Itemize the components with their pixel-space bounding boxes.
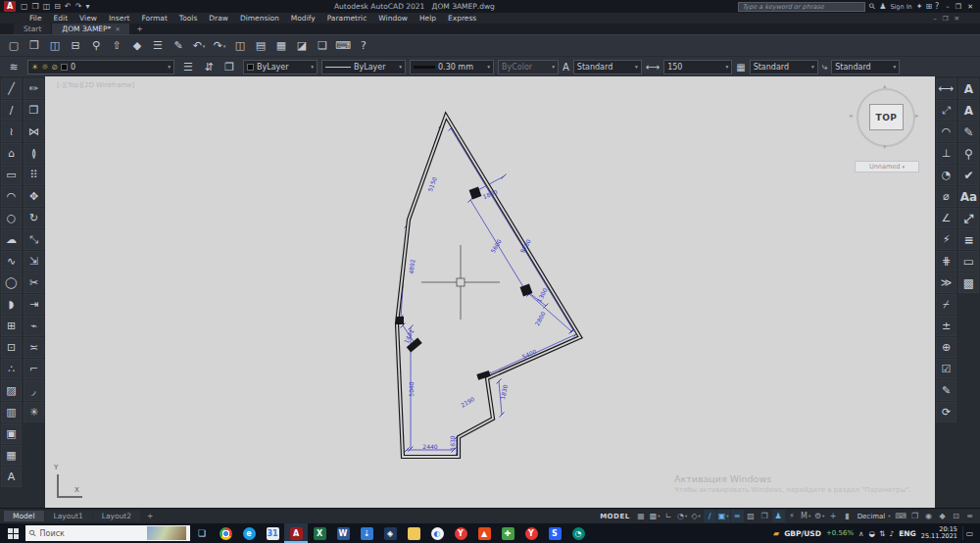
dim-diameter-icon[interactable]: ⌀ [936, 186, 956, 207]
selection-cycling-icon[interactable]: ❐ [759, 510, 771, 522]
offset-icon[interactable]: ≬ [24, 143, 44, 164]
search-icon[interactable]: ⚲ [867, 1, 878, 12]
3d-print-icon[interactable]: ◆ [127, 36, 147, 55]
taskbar-app-task-view[interactable]: ❏ [190, 523, 214, 543]
dim-linear-icon[interactable]: ⟷ [936, 78, 956, 99]
viewcube-top-face[interactable]: TOP [869, 104, 904, 130]
new-layout-button[interactable]: + [141, 512, 159, 520]
chevron-down-icon[interactable]: ▾ [308, 64, 314, 70]
transparency-icon[interactable]: ▨ [745, 510, 758, 522]
chevron-down-icon[interactable]: ▾ [822, 514, 824, 518]
scale-text-icon[interactable]: ⤢ [958, 208, 979, 228]
menu-file[interactable]: File [24, 13, 48, 24]
chevron-down-icon[interactable]: ▾ [632, 64, 638, 70]
polar-tracking-icon[interactable]: ◔▾ [676, 510, 689, 522]
drawing-canvas[interactable]: [-][Top][2D Wireframe] [45, 76, 935, 508]
plot-preview-icon[interactable]: ⚲ [86, 36, 106, 55]
doc-minimize-button[interactable]: – [930, 15, 939, 23]
line-icon[interactable]: ╱ [1, 78, 22, 99]
stretch-icon[interactable]: ⇲ [24, 251, 44, 272]
taskbar-app-calendar[interactable]: 31 [261, 523, 284, 543]
clock[interactable]: 20:15 25.11.2021 [921, 526, 957, 540]
save-icon[interactable]: ◫ [45, 36, 65, 55]
dim-baseline-icon[interactable]: ⋕ [936, 251, 956, 272]
named-views-icon[interactable]: ▤ [251, 36, 270, 55]
layout-tab-layout2[interactable]: Layout2 [93, 511, 140, 521]
table-style-dropdown[interactable]: Standard▾ [750, 60, 818, 74]
news-widget-thumbnail[interactable] [147, 526, 186, 540]
dim-arc-length-icon[interactable]: ◠ [936, 122, 956, 142]
qat-save-icon[interactable]: ◫ [42, 1, 52, 12]
doc-restore-button[interactable]: ❐ [940, 15, 952, 23]
taskbar-app-word[interactable]: W [331, 523, 355, 543]
language-indicator[interactable]: ENG [899, 529, 916, 538]
construction-line-icon[interactable]: ∕ [1, 100, 22, 121]
dim-aligned-icon[interactable]: ⤢ [936, 100, 956, 121]
new-icon[interactable]: ▢ [4, 36, 24, 55]
chevron-down-icon[interactable]: ▾ [722, 64, 728, 70]
arc-icon[interactable]: ◠ [1, 186, 22, 207]
calculator-icon[interactable]: ⌨ [333, 36, 353, 55]
color-dropdown[interactable]: ByLayer ▾ [243, 60, 318, 74]
layer-properties-icon[interactable]: ≋ [4, 58, 24, 76]
viewports-icon[interactable]: ◫ [230, 36, 250, 55]
chevron-down-icon[interactable]: ▾ [484, 64, 490, 70]
join-icon[interactable]: ≍ [24, 337, 44, 358]
start-button[interactable] [0, 523, 25, 543]
menu-format[interactable]: Format [135, 13, 172, 24]
taskbar-search-input[interactable]: ⚲ Поиск [25, 525, 190, 541]
file-tab[interactable]: ДОМ ЗАМЕР*✕ [52, 24, 129, 34]
viewcube-west-arrow-icon[interactable]: ◂ [849, 112, 853, 120]
layer-isolate-icon[interactable]: ❐ [220, 58, 239, 76]
taskbar-app-app-blue[interactable]: ⇣ [355, 523, 378, 543]
spline-icon[interactable]: ∿ [1, 251, 22, 272]
undo-icon[interactable]: ↶▾ [189, 36, 209, 55]
tray-status-icon[interactable]: ◒ [869, 529, 876, 538]
taskbar-app-autocad[interactable]: A [284, 523, 308, 543]
grid-display-icon[interactable]: ▦ [635, 510, 648, 522]
object-snap-tracking-icon[interactable]: ∕ [704, 510, 716, 522]
autocad-logo-icon[interactable]: A [4, 1, 16, 12]
linetype-dropdown[interactable]: ByLayer ▾ [321, 60, 406, 74]
dim-update-icon[interactable]: ⟳ [936, 402, 956, 422]
annotation-visibility-icon[interactable]: ♟ [772, 510, 785, 522]
annotation-monitor-icon[interactable]: + [827, 510, 840, 522]
copy-icon[interactable]: ❐ [24, 100, 44, 121]
pan-grid-icon[interactable]: ▦ [271, 36, 291, 55]
taskbar-app-yandex-browser[interactable]: Y [519, 523, 543, 543]
isometric-drafting-icon[interactable]: ◇▾ [690, 510, 703, 522]
mleader-style-dropdown[interactable]: Standard▾ [831, 60, 900, 74]
find-replace-icon[interactable]: ⚲ [958, 143, 979, 164]
qat-redo-icon[interactable]: ↷ [74, 1, 83, 12]
lock-ui-icon[interactable]: ◉ [922, 510, 935, 522]
dim-style-dropdown[interactable]: 150▾ [663, 60, 732, 74]
viewcube-north-arrow-icon[interactable]: ▴ [883, 82, 887, 90]
circle-icon[interactable]: ○ [1, 208, 22, 228]
edit-text-icon[interactable]: ✎ [958, 122, 979, 142]
insert-block-icon[interactable]: ⊞ [1, 316, 22, 336]
erase-tool-icon[interactable]: ◪ [292, 36, 312, 55]
layer-dropdown[interactable]: ☀ ☼ ⊘ 0 ▾ [27, 60, 174, 74]
dim-inspect-icon[interactable]: ☑ [936, 359, 956, 379]
taskbar-app-app-ps-blue[interactable]: S [543, 523, 566, 543]
ticker-symbol[interactable]: GBP/USD [784, 529, 821, 538]
chevron-down-icon[interactable]: ▾ [685, 514, 687, 518]
revision-cloud-icon[interactable]: ☁ [1, 229, 22, 250]
taskbar-app-edge[interactable]: e [237, 523, 261, 543]
dim-angular-icon[interactable]: ∠ [936, 208, 956, 228]
chevron-down-icon[interactable]: ▾ [890, 64, 896, 70]
menu-window[interactable]: Window [372, 13, 414, 24]
viewcube[interactable]: ▴ ▾ ◂ ▸ TOP Unnamed ▾ [853, 86, 921, 176]
network-icon[interactable]: ⇅ [879, 529, 885, 538]
menu-modify[interactable]: Modify [285, 13, 321, 24]
qat-open-icon[interactable]: ❒ [31, 1, 40, 12]
chevron-down-icon[interactable]: ▾ [396, 64, 402, 70]
spell-check-icon[interactable]: ✔ [958, 165, 979, 185]
qat-dropdown-icon[interactable]: ▾ [84, 1, 90, 12]
qat-new-icon[interactable]: ▢ [20, 1, 29, 12]
text-style-icon[interactable]: A [563, 62, 569, 73]
dim-break-icon[interactable]: ⌿ [936, 294, 956, 315]
lineweight-dropdown[interactable]: 0.30 mm ▾ [410, 60, 494, 74]
chamfer-icon[interactable]: ⌐ [24, 359, 44, 379]
close-button[interactable]: ✕ [964, 3, 976, 11]
